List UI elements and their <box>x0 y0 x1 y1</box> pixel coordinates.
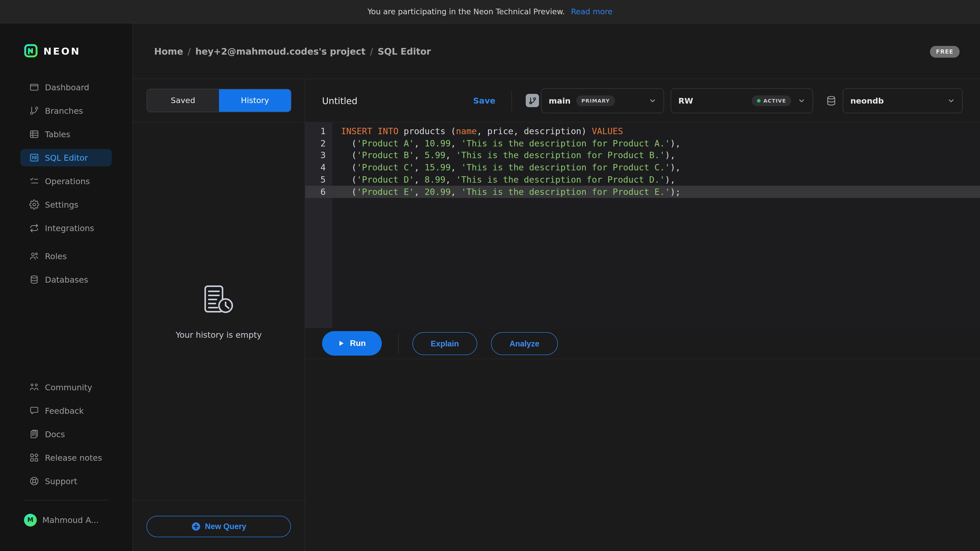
brand-logo[interactable]: NEON <box>24 44 81 58</box>
sidebar-item-label: Operations <box>45 176 90 186</box>
read-more-link[interactable]: Read more <box>571 7 612 16</box>
sidebar-item-tables[interactable]: Tables <box>21 125 112 143</box>
new-query-label: New Query <box>205 522 246 531</box>
breadcrumb-item[interactable]: hey+2@mahmoud.codes's project <box>195 46 366 56</box>
chevron-down-icon <box>947 97 955 105</box>
settings-icon <box>29 200 39 210</box>
sidebar-item-branches[interactable]: Branches <box>21 102 112 119</box>
results-area <box>305 359 980 551</box>
play-icon <box>338 340 345 347</box>
database-icon <box>825 95 837 106</box>
sidebar-item-sql-editor[interactable]: SQL Editor <box>21 149 112 166</box>
support-icon <box>29 476 39 486</box>
sidebar-item-integrations[interactable]: Integrations <box>21 219 112 237</box>
sidebar-item-label: Docs <box>45 429 65 439</box>
active-badge: ACTIVE <box>752 95 791 106</box>
neon-console: You are participating in the Neon Techni… <box>0 0 980 551</box>
sidebar-item-label: Release notes <box>45 453 102 462</box>
explain-button[interactable]: Explain <box>412 332 477 355</box>
sidebar-item-release-notes[interactable]: Release notes <box>21 449 112 466</box>
branch-name: main <box>549 96 571 105</box>
queries-panel-header: SavedHistory <box>133 79 305 122</box>
sidebar-item-label: SQL Editor <box>45 153 88 162</box>
branch-selector[interactable]: main PRIMARY <box>541 88 664 113</box>
code-line: 6 ('Product E', 20.99, 'This is the desc… <box>305 186 980 198</box>
code-line: 3 ('Product B', 5.99, 'This is the descr… <box>305 149 980 162</box>
sidebar-item-community[interactable]: Community <box>21 379 112 396</box>
analyze-button[interactable]: Analyze <box>491 332 558 355</box>
history-empty-icon <box>133 284 305 319</box>
branches-icon <box>29 106 39 116</box>
save-button[interactable]: Save <box>473 79 495 122</box>
user-name: Mahmoud A... <box>42 515 99 525</box>
sidebar-footer: CommunityFeedbackDocsRelease notesSuppor… <box>21 379 112 496</box>
sidebar-item-docs[interactable]: Docs <box>21 426 112 443</box>
breadcrumb-item[interactable]: Home <box>154 46 183 56</box>
tables-icon <box>29 129 39 139</box>
sidebar-item-operations[interactable]: Operations <box>21 172 112 190</box>
sidebar-item-support[interactable]: Support <box>21 472 112 490</box>
user-menu[interactable]: M Mahmoud A... <box>21 511 117 529</box>
sidebar-item-databases[interactable]: Databases <box>21 271 112 288</box>
code-line: 5 ('Product D', 8.99, 'This is the descr… <box>305 173 980 186</box>
editor-actions: Run Explain Analyze <box>305 328 980 359</box>
sidebar-item-label: Feedback <box>45 406 84 416</box>
chevron-down-icon <box>649 97 656 105</box>
editor-toolbar: Untitled Save main PRIMARY RW <box>305 79 980 122</box>
primary-badge: PRIMARY <box>576 95 615 106</box>
community-icon <box>29 382 39 392</box>
sidebar-item-label: Tables <box>45 129 70 139</box>
sidebar: NEON DashboardBranchesTablesSQL EditorOp… <box>0 24 133 551</box>
sidebar-item-dashboard[interactable]: Dashboard <box>21 79 112 96</box>
sql-code-editor[interactable]: 1INSERT INTO products (name, price, desc… <box>305 122 980 328</box>
compute-selector[interactable]: RW ACTIVE <box>671 88 813 113</box>
sidebar-item-feedback[interactable]: Feedback <box>21 402 112 419</box>
code-line: 1INSERT INTO products (name, price, desc… <box>305 125 980 137</box>
database-selector[interactable]: neondb <box>843 88 963 113</box>
actions-divider <box>398 333 399 354</box>
query-title[interactable]: Untitled <box>322 79 357 122</box>
sidebar-item-label: Integrations <box>45 223 94 233</box>
operations-icon <box>29 176 39 186</box>
sidebar-item-label: Support <box>45 476 77 486</box>
panel-bottom-divider <box>133 500 305 500</box>
code-line: 4 ('Product C', 15.99, 'This is the desc… <box>305 162 980 174</box>
status-dot <box>757 99 760 103</box>
line-number: 4 <box>305 162 332 173</box>
sidebar-item-label: Dashboard <box>45 83 89 92</box>
feedback-icon <box>29 406 39 416</box>
run-label: Run <box>350 339 366 348</box>
plan-badge: FREE <box>930 46 959 58</box>
breadcrumb-item[interactable]: SQL Editor <box>378 46 431 56</box>
dashboard-icon <box>29 82 39 92</box>
database-name: neondb <box>850 96 884 105</box>
neon-logo-icon <box>24 44 38 58</box>
plus-circle-icon <box>191 522 200 531</box>
avatar: M <box>24 513 37 526</box>
sidebar-item-roles[interactable]: Roles <box>21 248 112 265</box>
branch-icon[interactable] <box>526 94 539 107</box>
sidebar-divider <box>24 500 108 500</box>
run-button[interactable]: Run <box>322 331 382 356</box>
sidebar-nav: DashboardBranchesTablesSQL EditorOperati… <box>21 79 112 294</box>
sidebar-item-settings[interactable]: Settings <box>21 196 112 213</box>
queries-panel: SavedHistory Your history is empty <box>133 79 305 551</box>
tab-saved[interactable]: Saved <box>147 89 219 112</box>
sidebar-item-label: Settings <box>45 200 78 210</box>
new-query-button[interactable]: New Query <box>146 516 291 537</box>
code-lines: 1INSERT INTO products (name, price, desc… <box>305 125 980 198</box>
chevron-down-icon <box>798 97 805 105</box>
page-header: Home/hey+2@mahmoud.codes's project/SQL E… <box>133 24 980 79</box>
breadcrumb-separator: / <box>188 46 191 56</box>
sidebar-item-label: Branches <box>45 106 83 116</box>
history-empty-text: Your history is empty <box>133 330 305 340</box>
tab-history[interactable]: History <box>219 89 291 112</box>
line-number: 2 <box>305 138 332 148</box>
line-number: 1 <box>305 126 332 136</box>
toolbar-divider <box>511 90 512 111</box>
release-notes-icon <box>29 453 39 463</box>
sidebar-item-label: Roles <box>45 251 67 261</box>
sql-editor-icon <box>29 152 39 163</box>
brand-name: NEON <box>43 45 81 56</box>
sidebar-item-label: Databases <box>45 275 88 284</box>
